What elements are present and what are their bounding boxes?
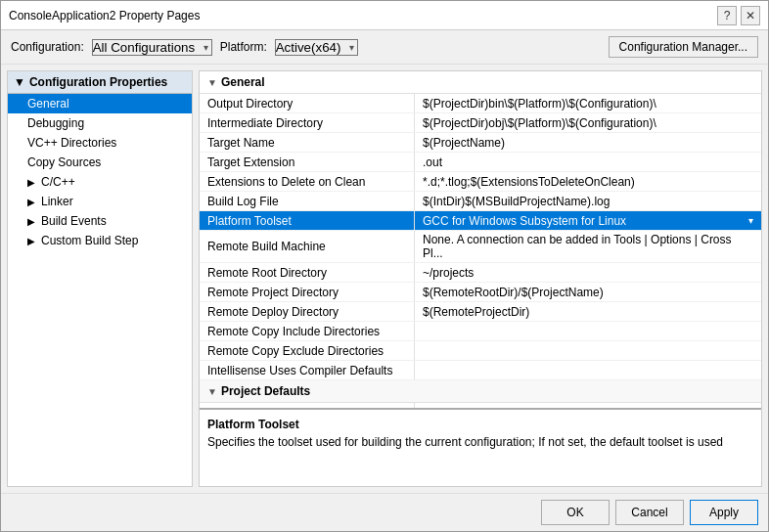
main-area: ▼ Configuration Properties General Debug… <box>1 65 768 493</box>
expand-icon: ▶ <box>27 236 37 246</box>
prop-name-remote-copy-include: Remote Copy Include Directories <box>200 322 415 340</box>
sidebar-item-vc-directories[interactable]: VC++ Directories <box>8 133 192 153</box>
config-bar: Configuration: All Configurations Platfo… <box>1 30 768 65</box>
sidebar-item-general[interactable]: General <box>8 94 192 113</box>
prop-row-remote-build-machine: Remote Build Machine None. A connection … <box>200 231 761 263</box>
prop-value-remote-root-dir[interactable]: ~/projects <box>415 263 761 282</box>
prop-name-intellisense-compiler: Intellisense Uses Compiler Defaults <box>200 361 415 379</box>
prop-name-build-log: Build Log File <box>200 192 415 210</box>
prop-row-platform-toolset[interactable]: Platform Toolset GCC for Windows Subsyst… <box>200 211 761 231</box>
prop-value-intermediate-dir[interactable]: $(ProjectDir)obj\$(Platform)\$(Configura… <box>415 113 761 132</box>
prop-name-intermediate-dir: Intermediate Directory <box>200 113 415 132</box>
prop-value-remote-copy-include[interactable] <box>415 322 761 340</box>
prop-value-target-name[interactable]: $(ProjectName) <box>415 133 761 152</box>
sidebar-item-label: General <box>27 97 69 111</box>
sidebar-item-linker[interactable]: ▶ Linker <box>8 192 192 211</box>
general-section-header: ▼ General <box>200 71 761 94</box>
prop-name-remote-copy-exclude: Remote Copy Exclude Directories <box>200 341 415 360</box>
sidebar-item-debugging[interactable]: Debugging <box>8 113 192 133</box>
prop-row-intellisense-compiler: Intellisense Uses Compiler Defaults <box>200 361 761 380</box>
cancel-button[interactable]: Cancel <box>615 500 684 525</box>
section-chevron-icon: ▼ <box>207 77 217 88</box>
prop-value-output-dir[interactable]: $(ProjectDir)bin\$(Platform)\$(Configura… <box>415 94 761 112</box>
right-panel: ▼ General Output Directory $(ProjectDir)… <box>199 70 762 487</box>
property-pages-dialog: ConsoleApplication2 Property Pages ? ✕ C… <box>0 0 769 532</box>
tree-header-label: Configuration Properties <box>29 75 167 89</box>
sidebar-item-build-events[interactable]: ▶ Build Events <box>8 211 192 231</box>
prop-value-extensions-clean[interactable]: *.d;*.tlog;$(ExtensionsToDeleteOnClean) <box>415 172 761 191</box>
prop-value-build-log[interactable]: $(IntDir)$(MSBuildProjectName).log <box>415 192 761 210</box>
prop-value-intellisense-compiler[interactable] <box>415 361 761 379</box>
prop-row-remote-copy-exclude: Remote Copy Exclude Directories <box>200 341 761 361</box>
config-label: Configuration: <box>11 40 84 54</box>
sidebar-item-label: Debugging <box>27 116 84 130</box>
prop-row-target-name: Target Name $(ProjectName) <box>200 133 761 153</box>
left-panel: ▼ Configuration Properties General Debug… <box>7 70 193 487</box>
prop-value-remote-project-dir[interactable]: $(RemoteRootDir)/$(ProjectName) <box>415 283 761 301</box>
sidebar-item-label: C/C++ <box>41 175 75 189</box>
sidebar-item-label: Custom Build Step <box>41 234 138 247</box>
prop-value-remote-copy-exclude[interactable] <box>415 341 761 360</box>
title-bar-buttons: ? ✕ <box>717 6 760 25</box>
project-defaults-header: ▼ Project Defaults <box>200 380 761 403</box>
tree-collapse-icon: ▼ <box>14 75 25 89</box>
expand-icon: ▶ <box>27 197 37 207</box>
ok-button[interactable]: OK <box>541 500 610 525</box>
close-button[interactable]: ✕ <box>741 6 760 25</box>
prop-row-extensions-clean: Extensions to Delete on Clean *.d;*.tlog… <box>200 172 761 192</box>
configuration-select[interactable]: All Configurations <box>92 39 212 56</box>
sidebar-item-label: Linker <box>41 195 73 208</box>
help-button[interactable]: ? <box>717 6 737 25</box>
dropdown-icon[interactable]: ▾ <box>748 215 753 226</box>
apply-button[interactable]: Apply <box>690 500 758 525</box>
sidebar-item-copy-sources[interactable]: Copy Sources <box>8 153 192 172</box>
expand-icon: ▶ <box>27 216 37 227</box>
prop-row-build-log: Build Log File $(IntDir)$(MSBuildProject… <box>200 192 761 211</box>
prop-name-remote-root-dir: Remote Root Directory <box>200 263 415 282</box>
configuration-select-wrapper[interactable]: All Configurations <box>92 39 212 56</box>
platform-toolset-value: GCC for Windows Subsystem for Linux <box>423 214 626 228</box>
prop-name-platform-toolset: Platform Toolset <box>200 211 415 230</box>
general-section-label: General <box>221 75 265 89</box>
prop-value-remote-build-machine[interactable]: None. A connection can be added in Tools… <box>415 231 761 262</box>
prop-row-target-ext: Target Extension .out <box>200 153 761 172</box>
sidebar-item-label: Copy Sources <box>27 155 101 169</box>
configuration-manager-button[interactable]: Configuration Manager... <box>609 36 758 58</box>
prop-row-intermediate-dir: Intermediate Directory $(ProjectDir)obj\… <box>200 113 761 133</box>
prop-name-output-dir: Output Directory <box>200 94 415 112</box>
sidebar-item-cpp[interactable]: ▶ C/C++ <box>8 172 192 192</box>
desc-text: Specifies the toolset used for building … <box>207 435 753 449</box>
prop-value-remote-deploy-dir[interactable]: $(RemoteProjectDir) <box>415 302 761 321</box>
bottom-bar: OK Cancel Apply <box>1 493 768 531</box>
desc-title: Platform Toolset <box>207 418 753 431</box>
prop-row-remote-project-dir: Remote Project Directory $(RemoteRootDir… <box>200 283 761 302</box>
platform-select[interactable]: Active(x64) <box>275 39 358 56</box>
tree-header: ▼ Configuration Properties <box>8 71 192 94</box>
description-panel: Platform Toolset Specifies the toolset u… <box>200 408 761 486</box>
properties-area: ▼ General Output Directory $(ProjectDir)… <box>200 71 761 408</box>
prop-value-platform-toolset[interactable]: GCC for Windows Subsystem for Linux ▾ <box>415 211 761 230</box>
prop-row-remote-root-dir: Remote Root Directory ~/projects <box>200 263 761 283</box>
sidebar-item-label: VC++ Directories <box>27 136 116 150</box>
prop-name-target-ext: Target Extension <box>200 153 415 171</box>
prop-value-target-ext[interactable]: .out <box>415 153 761 171</box>
title-bar: ConsoleApplication2 Property Pages ? ✕ <box>1 1 768 30</box>
project-defaults-label: Project Defaults <box>221 384 310 398</box>
platform-label: Platform: <box>220 40 267 54</box>
section-chevron-icon: ▼ <box>207 386 217 397</box>
prop-name-extensions-clean: Extensions to Delete on Clean <box>200 172 415 191</box>
dialog-title: ConsoleApplication2 Property Pages <box>9 9 200 22</box>
sidebar-item-label: Build Events <box>41 214 107 228</box>
prop-name-remote-build-machine: Remote Build Machine <box>200 231 415 262</box>
prop-row-remote-deploy-dir: Remote Deploy Directory $(RemoteProjectD… <box>200 302 761 322</box>
prop-name-remote-deploy-dir: Remote Deploy Directory <box>200 302 415 321</box>
prop-name-target-name: Target Name <box>200 133 415 152</box>
prop-row-output-dir: Output Directory $(ProjectDir)bin\$(Plat… <box>200 94 761 113</box>
prop-row-remote-copy-include: Remote Copy Include Directories <box>200 322 761 341</box>
platform-select-wrapper[interactable]: Active(x64) <box>275 39 358 56</box>
sidebar-item-custom-build-step[interactable]: ▶ Custom Build Step <box>8 231 192 250</box>
prop-name-remote-project-dir: Remote Project Directory <box>200 283 415 301</box>
expand-icon: ▶ <box>27 177 37 188</box>
